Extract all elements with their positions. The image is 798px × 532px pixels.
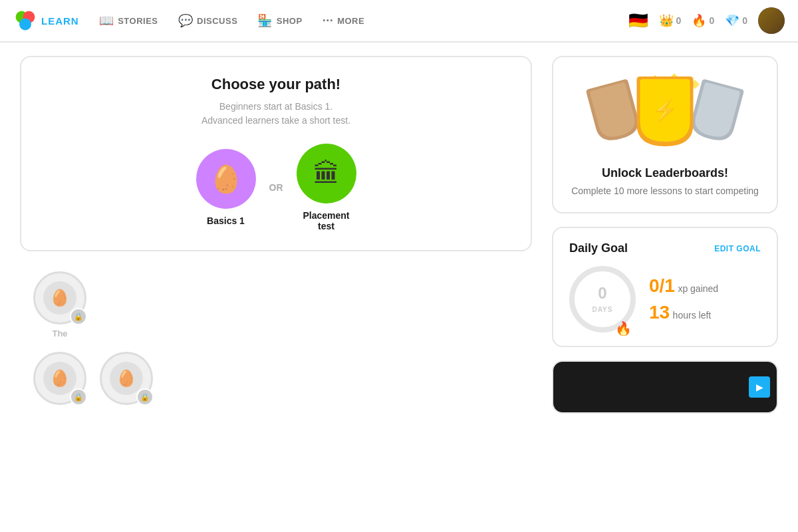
locked-circle-inner-2: 🥚	[43, 362, 76, 395]
goal-ring-label: DAYS	[593, 306, 613, 313]
choose-path-card: Choose your path! Beginners start at Bas…	[20, 56, 532, 251]
locked-lesson-3: 🥚 🔒	[100, 352, 153, 405]
goal-xp-label: xp gained	[678, 283, 718, 294]
league-badges: ⚡	[569, 73, 761, 153]
leaderboard-card: ⚡ Unlock Leaderboards! Complete 10 more …	[552, 56, 778, 213]
path-placement[interactable]: 🏛 Placementtest	[297, 144, 356, 231]
nav-item-shop[interactable]: 🏪 SHOP	[257, 13, 302, 28]
daily-goal-card: Daily Goal EDIT GOAL 0 DAYS 🔥 0/1	[552, 227, 778, 347]
crown-icon: 👑	[659, 13, 674, 28]
edit-goal-button[interactable]: EDIT GOAL	[714, 244, 761, 253]
nav-item-discuss[interactable]: 💬 DISCUSS	[178, 13, 238, 28]
left-column: Choose your path! Beginners start at Bas…	[20, 56, 532, 414]
locked-badge-2: 🔒	[70, 388, 87, 406]
locked-circle-3: 🥚 🔒	[100, 352, 153, 405]
chat-icon: 💬	[178, 13, 194, 28]
ad-card: ▶	[552, 360, 778, 414]
goal-hours-stat: 13 hours left	[649, 302, 718, 323]
goal-hours-value: 13	[649, 302, 670, 323]
placement-circle: 🏛	[297, 144, 356, 203]
goal-hours-label: hours left	[673, 310, 712, 321]
main-layout: Choose your path! Beginners start at Bas…	[0, 43, 798, 427]
goal-ring-inner: 0 DAYS	[593, 284, 613, 315]
nav-stat-crown: 👑 0	[659, 13, 682, 28]
building-icon: 🏛	[313, 159, 340, 189]
choose-path-title: Choose your path!	[41, 76, 511, 93]
locked-circle-1: 🥚 🔒	[33, 271, 86, 325]
locked-lesson-the: 🥚 🔒 The	[33, 271, 86, 338]
shop-icon: 🏪	[257, 13, 273, 28]
more-icon: ···	[323, 14, 334, 28]
locked-badge-1: 🔒	[70, 308, 87, 325]
locked-circle-inner-1: 🥚	[43, 281, 76, 315]
path-options: 🥚 Basics 1 OR 🏛 Placementtest	[41, 144, 511, 231]
nav-right: 🇩🇪 👑 0 🔥 0 💎 0	[628, 7, 785, 34]
locked-circle-inner-3: 🥚	[110, 362, 143, 395]
daily-goal-content: 0 DAYS 🔥 0/1 xp gained 13 hours left	[569, 266, 761, 332]
nav-logo[interactable]: LEARN	[13, 9, 79, 33]
locked-lessons: 🥚 🔒 The 🥚 🔒 🥚 🔒	[20, 265, 532, 412]
locked-lesson-label: The	[52, 329, 67, 338]
locked-badge-3: 🔒	[136, 388, 154, 406]
nav-item-more[interactable]: ··· MORE	[323, 14, 365, 28]
choose-path-subtitle: Beginners start at Basics 1. Advanced le…	[41, 100, 511, 128]
leaderboard-title: Unlock Leaderboards!	[569, 166, 761, 180]
user-avatar[interactable]	[758, 7, 785, 34]
goal-ring-container: 0 DAYS 🔥	[569, 266, 636, 332]
goal-xp-stat: 0/1 xp gained	[649, 275, 718, 297]
nav-logo-text: LEARN	[41, 15, 79, 27]
goal-stats: 0/1 xp gained 13 hours left	[649, 275, 718, 323]
language-flag[interactable]: 🇩🇪	[628, 11, 648, 30]
locked-circle-2: 🥚 🔒	[33, 352, 86, 405]
placement-label: Placementtest	[303, 210, 349, 231]
daily-goal-title: Daily Goal	[569, 241, 628, 255]
daily-goal-header: Daily Goal EDIT GOAL	[569, 241, 761, 255]
goal-ring-number: 0	[593, 284, 613, 303]
gold-badge: ⚡	[634, 76, 697, 146]
basics-label: Basics 1	[207, 215, 245, 226]
svg-point-2	[19, 18, 31, 30]
ad-play-button[interactable]: ▶	[749, 376, 770, 398]
nav-stat-streak: 🔥 0	[692, 13, 714, 28]
gem-icon: 💎	[725, 13, 739, 28]
avatar-image	[758, 7, 785, 34]
egg-icon: 🥚	[209, 164, 243, 195]
locked-lesson-2: 🥚 🔒	[33, 352, 86, 405]
basics-circle: 🥚	[196, 149, 256, 209]
navbar: LEARN 📖 STORIES 💬 DISCUSS 🏪 SHOP ··· MOR…	[0, 0, 798, 43]
locked-row-2: 🥚 🔒 🥚 🔒	[33, 352, 153, 405]
nav-item-stories[interactable]: 📖 STORIES	[99, 13, 158, 28]
book-icon: 📖	[99, 13, 114, 28]
fire-icon: 🔥	[692, 13, 706, 28]
leaderboard-subtitle: Complete 10 more lessons to start compet…	[569, 186, 761, 196]
nav-stat-gems: 💎 0	[725, 13, 747, 28]
right-column: ⚡ Unlock Leaderboards! Complete 10 more …	[552, 56, 778, 414]
goal-xp-value: 0/1	[649, 275, 675, 296]
or-divider: OR	[269, 182, 283, 193]
path-basics[interactable]: 🥚 Basics 1	[196, 149, 256, 226]
flame-decoration-icon: 🔥	[615, 321, 632, 336]
svg-text:⚡: ⚡	[652, 98, 678, 123]
